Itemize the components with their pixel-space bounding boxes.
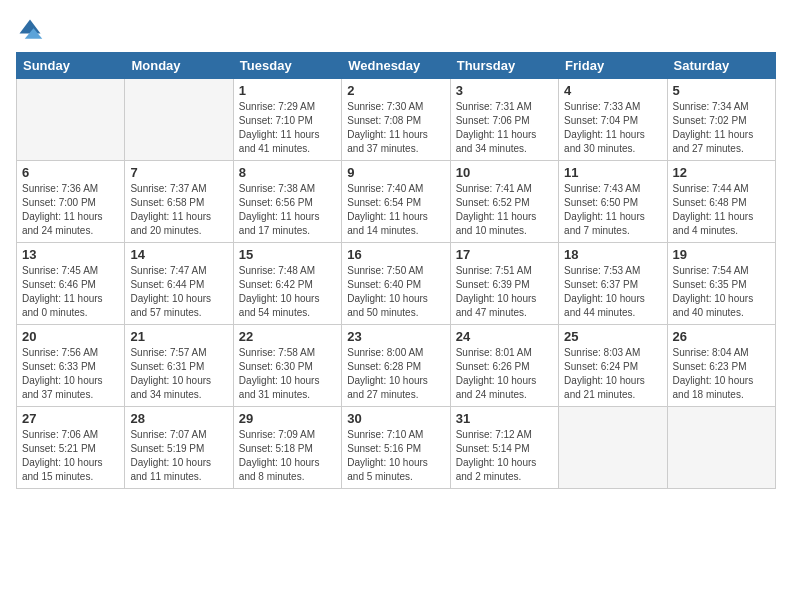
day-info: Sunrise: 7:47 AM Sunset: 6:44 PM Dayligh… — [130, 264, 227, 320]
day-info: Sunrise: 7:36 AM Sunset: 7:00 PM Dayligh… — [22, 182, 119, 238]
day-number: 6 — [22, 165, 119, 180]
calendar-day-cell: 22Sunrise: 7:58 AM Sunset: 6:30 PM Dayli… — [233, 325, 341, 407]
day-number: 5 — [673, 83, 770, 98]
calendar-day-cell — [667, 407, 775, 489]
calendar-day-cell: 12Sunrise: 7:44 AM Sunset: 6:48 PM Dayli… — [667, 161, 775, 243]
calendar-day-cell — [559, 407, 667, 489]
day-info: Sunrise: 7:38 AM Sunset: 6:56 PM Dayligh… — [239, 182, 336, 238]
calendar-day-cell: 13Sunrise: 7:45 AM Sunset: 6:46 PM Dayli… — [17, 243, 125, 325]
day-info: Sunrise: 8:01 AM Sunset: 6:26 PM Dayligh… — [456, 346, 553, 402]
day-of-week-header: Wednesday — [342, 53, 450, 79]
day-number: 21 — [130, 329, 227, 344]
calendar-day-cell: 30Sunrise: 7:10 AM Sunset: 5:16 PM Dayli… — [342, 407, 450, 489]
calendar-week-row: 6Sunrise: 7:36 AM Sunset: 7:00 PM Daylig… — [17, 161, 776, 243]
day-info: Sunrise: 8:04 AM Sunset: 6:23 PM Dayligh… — [673, 346, 770, 402]
day-number: 13 — [22, 247, 119, 262]
day-number: 4 — [564, 83, 661, 98]
day-info: Sunrise: 7:06 AM Sunset: 5:21 PM Dayligh… — [22, 428, 119, 484]
svg-marker-0 — [20, 20, 41, 34]
day-info: Sunrise: 7:07 AM Sunset: 5:19 PM Dayligh… — [130, 428, 227, 484]
day-of-week-header: Friday — [559, 53, 667, 79]
calendar-day-cell: 27Sunrise: 7:06 AM Sunset: 5:21 PM Dayli… — [17, 407, 125, 489]
calendar-week-row: 20Sunrise: 7:56 AM Sunset: 6:33 PM Dayli… — [17, 325, 776, 407]
calendar-day-cell: 2Sunrise: 7:30 AM Sunset: 7:08 PM Daylig… — [342, 79, 450, 161]
day-info: Sunrise: 7:10 AM Sunset: 5:16 PM Dayligh… — [347, 428, 444, 484]
day-info: Sunrise: 7:31 AM Sunset: 7:06 PM Dayligh… — [456, 100, 553, 156]
day-info: Sunrise: 7:48 AM Sunset: 6:42 PM Dayligh… — [239, 264, 336, 320]
header-row: SundayMondayTuesdayWednesdayThursdayFrid… — [17, 53, 776, 79]
day-number: 7 — [130, 165, 227, 180]
calendar-day-cell: 8Sunrise: 7:38 AM Sunset: 6:56 PM Daylig… — [233, 161, 341, 243]
day-info: Sunrise: 7:56 AM Sunset: 6:33 PM Dayligh… — [22, 346, 119, 402]
calendar-day-cell: 31Sunrise: 7:12 AM Sunset: 5:14 PM Dayli… — [450, 407, 558, 489]
calendar-day-cell: 15Sunrise: 7:48 AM Sunset: 6:42 PM Dayli… — [233, 243, 341, 325]
calendar-week-row: 13Sunrise: 7:45 AM Sunset: 6:46 PM Dayli… — [17, 243, 776, 325]
day-info: Sunrise: 7:45 AM Sunset: 6:46 PM Dayligh… — [22, 264, 119, 320]
calendar-day-cell: 25Sunrise: 8:03 AM Sunset: 6:24 PM Dayli… — [559, 325, 667, 407]
day-info: Sunrise: 7:53 AM Sunset: 6:37 PM Dayligh… — [564, 264, 661, 320]
day-of-week-header: Monday — [125, 53, 233, 79]
calendar-day-cell: 28Sunrise: 7:07 AM Sunset: 5:19 PM Dayli… — [125, 407, 233, 489]
day-number: 12 — [673, 165, 770, 180]
calendar-day-cell: 19Sunrise: 7:54 AM Sunset: 6:35 PM Dayli… — [667, 243, 775, 325]
day-info: Sunrise: 7:09 AM Sunset: 5:18 PM Dayligh… — [239, 428, 336, 484]
day-number: 26 — [673, 329, 770, 344]
day-number: 10 — [456, 165, 553, 180]
calendar-day-cell: 1Sunrise: 7:29 AM Sunset: 7:10 PM Daylig… — [233, 79, 341, 161]
day-number: 3 — [456, 83, 553, 98]
day-number: 16 — [347, 247, 444, 262]
calendar-day-cell: 16Sunrise: 7:50 AM Sunset: 6:40 PM Dayli… — [342, 243, 450, 325]
day-number: 18 — [564, 247, 661, 262]
calendar-table: SundayMondayTuesdayWednesdayThursdayFrid… — [16, 52, 776, 489]
calendar-day-cell: 14Sunrise: 7:47 AM Sunset: 6:44 PM Dayli… — [125, 243, 233, 325]
day-info: Sunrise: 7:43 AM Sunset: 6:50 PM Dayligh… — [564, 182, 661, 238]
calendar-day-cell — [17, 79, 125, 161]
day-info: Sunrise: 7:54 AM Sunset: 6:35 PM Dayligh… — [673, 264, 770, 320]
page-header — [16, 16, 776, 44]
day-info: Sunrise: 7:44 AM Sunset: 6:48 PM Dayligh… — [673, 182, 770, 238]
calendar-day-cell: 18Sunrise: 7:53 AM Sunset: 6:37 PM Dayli… — [559, 243, 667, 325]
calendar-header: SundayMondayTuesdayWednesdayThursdayFrid… — [17, 53, 776, 79]
day-info: Sunrise: 7:41 AM Sunset: 6:52 PM Dayligh… — [456, 182, 553, 238]
day-number: 8 — [239, 165, 336, 180]
calendar-day-cell: 9Sunrise: 7:40 AM Sunset: 6:54 PM Daylig… — [342, 161, 450, 243]
calendar-day-cell: 5Sunrise: 7:34 AM Sunset: 7:02 PM Daylig… — [667, 79, 775, 161]
day-number: 24 — [456, 329, 553, 344]
day-number: 27 — [22, 411, 119, 426]
day-info: Sunrise: 8:03 AM Sunset: 6:24 PM Dayligh… — [564, 346, 661, 402]
day-number: 28 — [130, 411, 227, 426]
day-of-week-header: Sunday — [17, 53, 125, 79]
day-of-week-header: Tuesday — [233, 53, 341, 79]
day-number: 22 — [239, 329, 336, 344]
day-number: 9 — [347, 165, 444, 180]
day-number: 23 — [347, 329, 444, 344]
calendar-day-cell: 7Sunrise: 7:37 AM Sunset: 6:58 PM Daylig… — [125, 161, 233, 243]
calendar-week-row: 1Sunrise: 7:29 AM Sunset: 7:10 PM Daylig… — [17, 79, 776, 161]
calendar-day-cell: 20Sunrise: 7:56 AM Sunset: 6:33 PM Dayli… — [17, 325, 125, 407]
calendar-day-cell: 26Sunrise: 8:04 AM Sunset: 6:23 PM Dayli… — [667, 325, 775, 407]
day-number: 17 — [456, 247, 553, 262]
day-info: Sunrise: 7:58 AM Sunset: 6:30 PM Dayligh… — [239, 346, 336, 402]
day-info: Sunrise: 7:57 AM Sunset: 6:31 PM Dayligh… — [130, 346, 227, 402]
day-info: Sunrise: 7:37 AM Sunset: 6:58 PM Dayligh… — [130, 182, 227, 238]
calendar-day-cell: 23Sunrise: 8:00 AM Sunset: 6:28 PM Dayli… — [342, 325, 450, 407]
day-number: 11 — [564, 165, 661, 180]
day-info: Sunrise: 7:12 AM Sunset: 5:14 PM Dayligh… — [456, 428, 553, 484]
calendar-day-cell: 11Sunrise: 7:43 AM Sunset: 6:50 PM Dayli… — [559, 161, 667, 243]
logo-icon — [16, 16, 44, 44]
day-number: 25 — [564, 329, 661, 344]
calendar-day-cell: 24Sunrise: 8:01 AM Sunset: 6:26 PM Dayli… — [450, 325, 558, 407]
calendar-week-row: 27Sunrise: 7:06 AM Sunset: 5:21 PM Dayli… — [17, 407, 776, 489]
day-info: Sunrise: 7:40 AM Sunset: 6:54 PM Dayligh… — [347, 182, 444, 238]
day-of-week-header: Thursday — [450, 53, 558, 79]
calendar-day-cell: 29Sunrise: 7:09 AM Sunset: 5:18 PM Dayli… — [233, 407, 341, 489]
day-info: Sunrise: 7:51 AM Sunset: 6:39 PM Dayligh… — [456, 264, 553, 320]
logo — [16, 16, 48, 44]
day-info: Sunrise: 7:33 AM Sunset: 7:04 PM Dayligh… — [564, 100, 661, 156]
calendar-day-cell: 3Sunrise: 7:31 AM Sunset: 7:06 PM Daylig… — [450, 79, 558, 161]
calendar-day-cell: 4Sunrise: 7:33 AM Sunset: 7:04 PM Daylig… — [559, 79, 667, 161]
calendar-day-cell: 6Sunrise: 7:36 AM Sunset: 7:00 PM Daylig… — [17, 161, 125, 243]
day-number: 15 — [239, 247, 336, 262]
day-number: 1 — [239, 83, 336, 98]
day-number: 29 — [239, 411, 336, 426]
